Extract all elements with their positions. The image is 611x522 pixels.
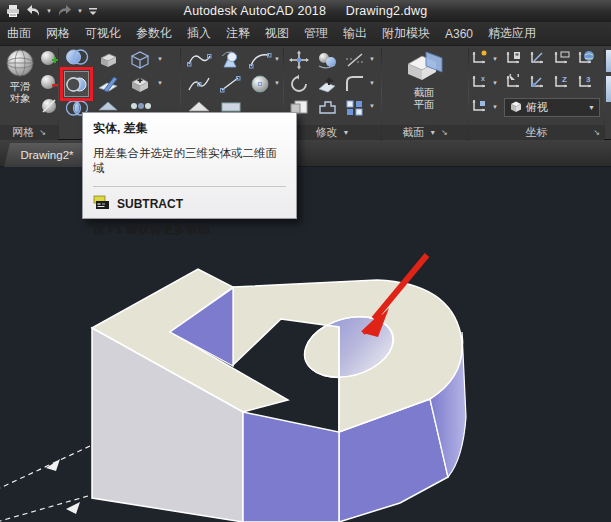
svg-text:x: x (481, 75, 485, 82)
coordinates-panel-label[interactable]: 坐标 ↘ (469, 125, 604, 140)
tab-view[interactable]: 视图 (265, 25, 289, 42)
smooth-less-icon[interactable] (40, 73, 58, 91)
red-highlight-box (60, 67, 93, 101)
align-icon[interactable] (316, 74, 338, 94)
smooth-object-label-1: 平滑 (10, 80, 31, 92)
presspull-icon[interactable] (316, 98, 338, 116)
clipped-panel-icon (606, 50, 611, 72)
ucs-zaxis-icon[interactable]: 3 (578, 74, 594, 90)
svg-text:Z: Z (562, 75, 567, 84)
dropdown-icon[interactable]: ▼ (157, 80, 163, 86)
trim-icon[interactable] (344, 50, 366, 70)
view-selector[interactable]: 俯视 ▼ (504, 98, 600, 117)
line-icon[interactable] (218, 74, 242, 94)
autocad-window: ▼ ▼ Autodesk AutoCAD 2018 Drawing2.dwg 曲… (0, 0, 611, 522)
coordinates-panel-label-text: 坐标 (526, 125, 548, 140)
separate-icon[interactable] (96, 100, 120, 112)
rectangle-icon[interactable] (186, 100, 212, 112)
drawing-viewport[interactable] (0, 167, 611, 522)
tooltip-divider (93, 186, 286, 187)
union-icon[interactable] (64, 48, 90, 66)
section-plane-icon (402, 50, 446, 86)
mesh-panel-launcher-icon[interactable]: ↘ (39, 128, 46, 137)
tab-visualize[interactable]: 可视化 (85, 25, 121, 42)
tab-featured-apps[interactable]: 精选应用 (488, 25, 536, 42)
ucs-z-icon[interactable]: Z (554, 74, 570, 90)
dropdown-icon[interactable]: ▼ (369, 56, 375, 62)
polygon-icon[interactable] (218, 100, 244, 112)
view-selector-dropdown-icon[interactable]: ▼ (588, 104, 595, 111)
revolve-icon[interactable] (218, 50, 242, 70)
section-plane-label-2: 平面 (414, 98, 435, 110)
tab-manage[interactable]: 管理 (304, 25, 328, 42)
thicken-icon[interactable] (128, 74, 152, 94)
subtract-command-icon (93, 195, 110, 213)
tooltip-description: 用差集合并选定的三维实体或二维面域 (93, 146, 286, 176)
spline-fit-icon[interactable] (186, 74, 212, 94)
modify-panel-label[interactable]: 修改 ▼ (284, 125, 381, 140)
tab-addins[interactable]: 附加模块 (382, 25, 430, 42)
smooth-object-label-2: 对象 (10, 92, 31, 104)
panel-separator (604, 48, 605, 138)
tab-parametric[interactable]: 参数化 (136, 25, 172, 42)
ucs-previous-icon[interactable] (506, 74, 522, 90)
ucs-view-icon[interactable] (554, 50, 570, 66)
ucs-origin-icon[interactable] (472, 98, 488, 114)
app-title: Autodesk AutoCAD 2018 (184, 4, 327, 18)
title-bar: ▼ ▼ Autodesk AutoCAD 2018 Drawing2.dwg (0, 0, 611, 22)
tooltip-title: 实体, 差集 (93, 120, 286, 137)
dropdown-icon[interactable]: ▼ (369, 103, 375, 109)
coordinates-panel-launcher-icon[interactable]: ↘ (593, 128, 600, 137)
dropdown-icon[interactable]: ▼ (157, 56, 163, 62)
file-tab-drawing2[interactable]: Drawing2* (4, 143, 90, 167)
file-tab-name: Drawing2* (20, 149, 73, 161)
tab-output[interactable]: 输出 (343, 25, 367, 42)
tab-insert[interactable]: 插入 (187, 25, 211, 42)
dropdown-icon[interactable]: ▼ (492, 56, 498, 62)
dropdown-icon[interactable]: ▼ (274, 80, 280, 86)
array-icon[interactable] (344, 98, 366, 116)
tab-surface[interactable]: 曲面 (7, 25, 31, 42)
dropdown-icon[interactable]: ▼ (492, 104, 498, 110)
spline-cv-icon[interactable] (186, 50, 212, 70)
section-plane-button[interactable]: 截面 平面 (398, 50, 450, 110)
ucs-3point-icon[interactable] (530, 50, 546, 66)
dropdown-icon[interactable]: ▼ (492, 80, 498, 86)
smooth-object-button[interactable]: 平滑 对象 (2, 48, 38, 104)
mesh-panel-label[interactable]: 网格 ↘ (0, 125, 58, 140)
circle-icon[interactable] (248, 74, 272, 94)
section-panel-label-text: 截面 (402, 125, 424, 140)
extrude-faces-icon[interactable] (96, 50, 120, 70)
wireframe-box-icon[interactable] (128, 50, 152, 70)
fillet-icon[interactable] (344, 74, 366, 94)
3d-rotate-icon[interactable] (316, 50, 338, 70)
refine-mesh-icon[interactable] (40, 97, 58, 115)
model-front-face (243, 412, 339, 522)
view-cube-icon (509, 100, 523, 115)
sphere-icon (4, 48, 36, 80)
ucs-icon[interactable] (472, 50, 488, 66)
tab-annotate[interactable]: 注释 (226, 25, 250, 42)
ucs-object-icon[interactable] (530, 74, 546, 90)
subtract-tooltip: 实体, 差集 用差集合并选定的三维实体或二维面域 SUBTRACT 按 F1 键… (82, 112, 297, 219)
section-panel-launcher-icon[interactable]: ↘ (441, 128, 448, 137)
tab-mesh[interactable]: 网格 (46, 25, 70, 42)
dropdown-icon[interactable]: ▼ (369, 80, 375, 86)
interfere-icon[interactable] (128, 100, 152, 112)
taper-faces-icon[interactable] (96, 74, 120, 94)
move-gizmo-icon[interactable] (288, 50, 310, 70)
smooth-more-icon[interactable] (40, 49, 58, 67)
3d-model-render (0, 167, 611, 522)
modify-panel-dropdown-icon[interactable]: ▼ (343, 129, 350, 136)
ucs-x-icon[interactable]: x (472, 74, 488, 90)
ucs-named-icon[interactable] (506, 50, 522, 66)
rotate-icon[interactable] (288, 74, 310, 94)
section-plane-label-1: 截面 (414, 86, 435, 98)
section-panel-label[interactable]: 截面 ▼ ↘ (382, 125, 468, 140)
arc-icon[interactable] (248, 50, 272, 70)
ucs-world-icon[interactable] (578, 50, 596, 66)
tab-a360[interactable]: A360 (445, 27, 473, 41)
section-panel-dropdown-icon[interactable]: ▼ (429, 129, 436, 136)
mesh-panel-label-text: 网格 (12, 125, 34, 140)
dropdown-icon[interactable]: ▼ (274, 56, 280, 62)
